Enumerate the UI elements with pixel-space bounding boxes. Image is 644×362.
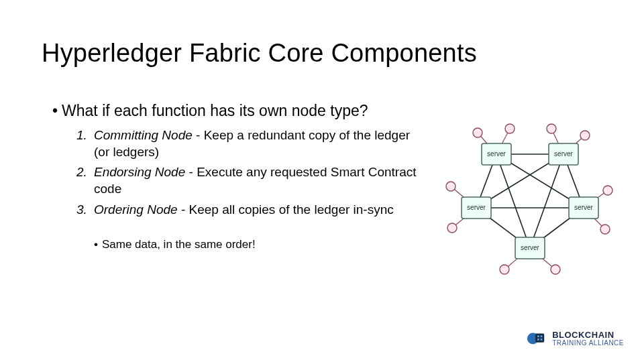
server-label: server (574, 204, 593, 211)
item-body: Ordering Node - Keep all copies of the l… (94, 202, 419, 219)
item-name: Endorsing Node (94, 165, 185, 179)
svg-line-8 (530, 154, 564, 248)
sub-text: Same data, in the same order! (102, 238, 256, 251)
svg-point-29 (603, 186, 612, 195)
server-node: server (482, 143, 511, 165)
list-item: 2. Endorsing Node - Execute any requeste… (76, 164, 419, 197)
item-number: 2. (76, 164, 94, 197)
item-desc: - Keep all copies of the ledger in-sync (178, 202, 394, 217)
svg-rect-40 (541, 339, 543, 341)
numbered-list: 1. Committing Node - Keep a redundant co… (76, 127, 419, 222)
network-diagram: server server server server server (429, 121, 617, 282)
server-label: server (554, 150, 573, 158)
slide: Hyperledger Fabric Core Components •What… (0, 0, 644, 362)
svg-point-27 (547, 124, 556, 133)
item-name: Committing Node (94, 128, 193, 142)
item-body: Endorsing Node - Execute any requested S… (94, 164, 419, 197)
list-item: 1. Committing Node - Keep a redundant co… (76, 127, 419, 160)
item-body: Committing Node - Keep a redundant copy … (94, 127, 419, 160)
lead-bullet: •What if each function has its own node … (52, 102, 368, 120)
svg-point-30 (600, 225, 610, 234)
logo-icon (527, 328, 547, 349)
brand-logo: BLOCKCHAIN TRAINING ALLIANCE (527, 328, 624, 349)
server-node: server (462, 197, 491, 219)
server-node: server (549, 143, 578, 165)
bullet-dot: • (94, 238, 98, 251)
server-label: server (487, 150, 506, 158)
server-label: server (521, 244, 539, 251)
bullet-dot: • (52, 102, 58, 119)
svg-point-32 (500, 265, 509, 274)
svg-rect-36 (535, 334, 544, 343)
svg-point-26 (505, 124, 515, 133)
server-node: server (515, 237, 545, 259)
item-name: Ordering Node (94, 202, 178, 217)
item-number: 1. (76, 127, 94, 160)
logo-line1: BLOCKCHAIN (552, 330, 624, 340)
svg-rect-37 (537, 335, 539, 337)
svg-point-31 (551, 265, 560, 274)
server-node: server (569, 197, 598, 219)
server-label: server (467, 204, 486, 211)
svg-line-6 (496, 154, 530, 248)
svg-point-25 (473, 128, 482, 137)
svg-rect-38 (541, 335, 543, 337)
svg-point-33 (447, 223, 457, 233)
logo-line2: TRAINING ALLIANCE (552, 340, 624, 347)
logo-text: BLOCKCHAIN TRAINING ALLIANCE (552, 330, 624, 347)
svg-point-34 (446, 182, 455, 191)
sub-bullet: •Same data, in the same order! (94, 238, 256, 251)
slide-title: Hyperledger Fabric Core Components (42, 39, 477, 68)
svg-point-28 (580, 131, 590, 140)
list-item: 3. Ordering Node - Keep all copies of th… (76, 202, 419, 219)
svg-rect-39 (537, 339, 539, 341)
item-number: 3. (76, 202, 94, 219)
lead-text: What if each function has its own node t… (62, 102, 368, 119)
